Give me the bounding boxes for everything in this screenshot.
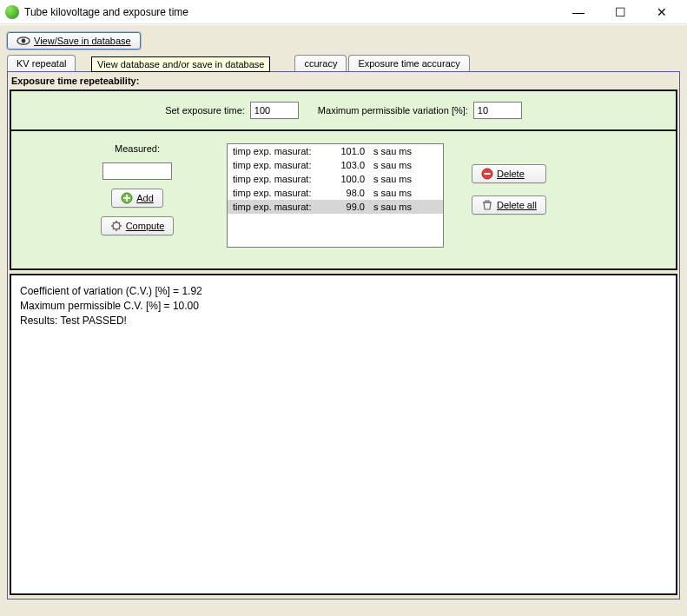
results-line-cv: Coefficient of variation (C.V.) [%] = 1.… <box>20 284 667 299</box>
svg-point-1 <box>22 39 26 43</box>
params-row: Set exposure time: Maximum permissible v… <box>10 89 677 131</box>
measurements-list[interactable]: timp exp. masurat:101.0s sau mstimp exp.… <box>227 143 444 248</box>
close-button[interactable]: ✕ <box>649 3 675 21</box>
list-item-value: 100.0 <box>334 174 365 184</box>
trash-icon <box>481 199 493 211</box>
window-title: Tube kilovoltage and exposure time <box>24 6 565 18</box>
set-exposure-input[interactable] <box>250 102 299 119</box>
gear-icon <box>110 220 122 232</box>
measured-label: Measured: <box>115 143 160 154</box>
delete-button[interactable]: Delete <box>472 164 546 183</box>
results-line-max: Maximum permissible C.V. [%] = 10.00 <box>20 299 667 314</box>
delete-all-label: Delete all <box>497 200 537 210</box>
eye-icon <box>17 36 30 45</box>
tab-bar: KV repeatal View database and/or save in… <box>7 55 680 71</box>
measure-area: Measured: Add Compute timp exp. masurat:… <box>10 131 677 270</box>
list-item-unit: s sau ms <box>373 202 412 212</box>
measured-input[interactable] <box>102 162 172 180</box>
list-item-label: timp exp. masurat: <box>233 174 325 184</box>
list-item-unit: s sau ms <box>373 146 412 156</box>
tab-kv-repeatability[interactable]: KV repeatal <box>7 55 76 71</box>
add-button[interactable]: Add <box>111 189 163 208</box>
panel-title: Exposure time repeteability: <box>10 74 677 89</box>
tab-accuracy[interactable]: ccuracy <box>294 55 347 71</box>
list-item-value: 98.0 <box>334 188 365 198</box>
list-item-value: 101.0 <box>334 146 365 156</box>
compute-label: Compute <box>126 221 165 231</box>
list-item-unit: s sau ms <box>373 160 412 170</box>
title-bar: Tube kilovoltage and exposure time — ☐ ✕ <box>0 0 687 24</box>
list-item-label: timp exp. masurat: <box>233 188 325 198</box>
app-icon <box>5 5 19 19</box>
delete-label: Delete <box>497 169 525 179</box>
max-variation-input[interactable] <box>473 102 522 119</box>
list-item[interactable]: timp exp. masurat:98.0s sau ms <box>228 186 443 200</box>
results-line-verdict: Results: Test PASSED! <box>20 314 667 328</box>
add-label: Add <box>136 193 154 203</box>
list-item[interactable]: timp exp. masurat:100.0s sau ms <box>228 172 443 186</box>
compute-button[interactable]: Compute <box>101 216 175 235</box>
tab-exposure-time-accuracy[interactable]: Exposure time accuracy <box>348 55 469 71</box>
maximize-button[interactable]: ☐ <box>607 3 633 21</box>
max-variation-label: Maximum permissible variation [%]: <box>318 105 468 116</box>
list-item-label: timp exp. masurat: <box>233 146 325 156</box>
plus-icon <box>121 192 133 204</box>
list-item-label: timp exp. masurat: <box>233 202 325 212</box>
list-item-label: timp exp. masurat: <box>233 160 325 170</box>
delete-all-button[interactable]: Delete all <box>472 195 546 215</box>
set-exposure-label: Set exposure time: <box>165 105 245 116</box>
list-item-value: 103.0 <box>334 160 365 170</box>
list-item-unit: s sau ms <box>373 174 412 184</box>
view-save-label: View/Save in database <box>34 36 131 46</box>
list-item[interactable]: timp exp. masurat:99.0s sau ms <box>228 200 443 214</box>
list-item[interactable]: timp exp. masurat:103.0s sau ms <box>228 158 443 172</box>
list-item-value: 99.0 <box>334 202 365 212</box>
results-box: Coefficient of variation (C.V.) [%] = 1.… <box>10 274 677 595</box>
list-item-unit: s sau ms <box>373 188 412 198</box>
list-item[interactable]: timp exp. masurat:101.0s sau ms <box>228 144 443 158</box>
tooltip: View database and/or save in database <box>91 56 270 72</box>
view-save-button[interactable]: View/Save in database <box>7 32 141 50</box>
svg-rect-5 <box>485 173 491 175</box>
main-panel: Exposure time repeteability: Set exposur… <box>7 71 680 599</box>
delete-icon <box>481 168 493 180</box>
minimize-button[interactable]: — <box>565 3 591 21</box>
